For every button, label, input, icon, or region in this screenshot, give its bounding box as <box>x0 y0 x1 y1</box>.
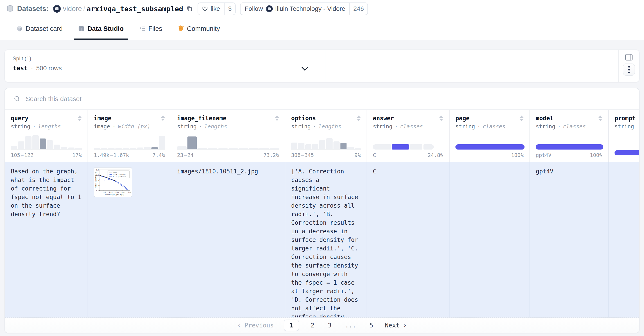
column-header-prompt[interactable]: prompt string <box>609 110 639 162</box>
class-bar-segment[interactable] <box>392 144 409 150</box>
histogram-bar[interactable] <box>11 146 17 149</box>
class-bar-segment[interactable] <box>373 144 391 150</box>
histogram-range-lo: 23 <box>177 152 184 158</box>
histogram-bar[interactable] <box>159 136 165 149</box>
sort-icon[interactable] <box>598 116 602 121</box>
histogram-bar[interactable] <box>101 148 107 149</box>
class-distribution-bar[interactable] <box>456 144 524 150</box>
column-header-options[interactable]: options string·lengths 306↔3459% <box>285 110 367 162</box>
histogram-bar[interactable] <box>188 136 197 149</box>
copy-button[interactable] <box>186 5 193 13</box>
histogram-bar[interactable] <box>334 141 340 149</box>
column-histogram[interactable] <box>94 133 165 150</box>
dataset-name[interactable]: arxivqa_test_subsampled <box>87 5 183 13</box>
follow-count[interactable]: 246 <box>349 3 368 15</box>
sort-icon[interactable] <box>439 116 443 121</box>
panel-toggle-button[interactable] <box>624 53 634 61</box>
histogram-bar[interactable] <box>130 148 136 149</box>
pagination-page-2[interactable]: 2 <box>309 321 316 330</box>
class-distribution-bar[interactable] <box>614 150 633 155</box>
tab-files[interactable]: Files <box>138 18 164 40</box>
histogram-bar[interactable] <box>68 148 74 149</box>
histogram-bar[interactable] <box>32 135 39 149</box>
tab-data-studio[interactable]: Data Studio <box>76 18 125 40</box>
histogram-bar[interactable] <box>228 148 238 149</box>
pagination-page-5[interactable]: 5 <box>368 321 375 330</box>
column-histogram[interactable] <box>177 133 279 150</box>
histogram-bar[interactable] <box>260 148 269 149</box>
histogram-bar[interactable] <box>54 145 60 149</box>
class-bar-segment[interactable] <box>614 150 640 155</box>
histogram-bar[interactable] <box>340 143 346 149</box>
class-distribution-bar[interactable] <box>373 144 443 150</box>
class-bar-segment[interactable] <box>424 144 434 150</box>
histogram-bar[interactable] <box>152 147 158 149</box>
follow-button[interactable]: Follow Illuin Technology - Vidore 246 <box>240 3 368 15</box>
histogram-bar[interactable] <box>305 144 312 149</box>
histogram-bar[interactable] <box>326 138 332 149</box>
class-distribution-bar[interactable] <box>536 144 602 150</box>
histogram-bar[interactable] <box>198 148 207 149</box>
histogram-bar[interactable] <box>177 146 186 149</box>
tab-dataset-card[interactable]: Dataset card <box>15 18 64 40</box>
histogram-bar[interactable] <box>298 143 304 149</box>
column-histogram[interactable] <box>291 133 361 150</box>
column-header-page[interactable]: page string·classes 100% <box>450 110 530 162</box>
column-header-image-filename[interactable]: image_filename string·lengths 23↔2473.2% <box>171 110 285 162</box>
histogram-bar[interactable] <box>239 148 248 149</box>
split-selector[interactable]: Split (1) test · 500 rows <box>5 50 326 82</box>
sort-icon[interactable] <box>161 116 165 121</box>
histogram-bar[interactable] <box>18 141 24 149</box>
sort-icon[interactable] <box>275 116 279 121</box>
column-header-image[interactable]: image image·width (px) 1.49k↔1.67k7.4% <box>88 110 171 162</box>
column-histogram[interactable] <box>11 133 82 150</box>
histogram-bar[interactable] <box>108 148 114 149</box>
histogram-bar[interactable] <box>25 136 32 149</box>
tab-community[interactable]: Community <box>176 18 222 40</box>
histogram-bar[interactable] <box>355 148 361 149</box>
search-input[interactable] <box>26 95 639 103</box>
pagination-previous[interactable]: ‹ Previous <box>237 322 274 329</box>
svg-text:0.5: 0.5 <box>96 190 99 192</box>
sort-icon[interactable] <box>520 116 524 121</box>
column-header-query[interactable]: query string·lengths 105↔12217% <box>5 110 88 162</box>
histogram-bar[interactable] <box>312 144 318 149</box>
histogram-bar[interactable] <box>270 148 279 149</box>
histogram-range-hi: 122 <box>24 152 34 158</box>
histogram-bar[interactable] <box>76 148 82 149</box>
pagination-next[interactable]: Next › <box>385 322 406 329</box>
histogram-bar[interactable] <box>116 148 122 149</box>
histogram-bar[interactable] <box>249 148 258 149</box>
class-bar-segment[interactable] <box>410 144 422 150</box>
breadcrumb-datasets-label[interactable]: Datasets: <box>17 5 48 13</box>
histogram-bar[interactable] <box>61 147 67 149</box>
histogram-bar[interactable] <box>123 148 129 149</box>
column-header-answer[interactable]: answer string·classes C24.8% <box>367 110 450 162</box>
histogram-bar[interactable] <box>319 140 326 149</box>
previous-label: Previous <box>244 322 274 329</box>
histogram-bar[interactable] <box>218 148 228 149</box>
split-label: Split (1) <box>12 55 318 62</box>
org-avatar[interactable] <box>53 5 61 13</box>
like-button[interactable]: like 3 <box>198 3 236 15</box>
histogram-bar[interactable] <box>144 147 150 149</box>
more-options-button[interactable] <box>623 64 635 76</box>
org-link[interactable]: vidore <box>63 5 82 13</box>
class-bar-segment[interactable] <box>456 144 524 150</box>
class-bar-segment[interactable] <box>536 144 603 150</box>
histogram-bar[interactable] <box>348 147 354 149</box>
sort-icon[interactable] <box>78 116 82 121</box>
sort-icon[interactable] <box>357 116 361 121</box>
histogram-bar[interactable] <box>47 140 53 149</box>
like-count[interactable]: 3 <box>224 3 235 15</box>
histogram-bar[interactable] <box>208 148 217 149</box>
histogram-bar[interactable] <box>291 143 297 149</box>
pagination-page-1[interactable]: 1 <box>284 319 299 331</box>
column-header-model[interactable]: model string·classes gpt4V100% <box>530 110 609 162</box>
histogram-bar[interactable] <box>40 139 46 149</box>
thumbnail-chart: fₛₚₑₑ = 1 fₛₚₑₑ ≠ 1, w/o corr. fₛₚₑₑ ≠ 1… <box>95 168 131 196</box>
pagination-page-3[interactable]: 3 <box>326 321 333 330</box>
histogram-bar[interactable] <box>94 148 100 149</box>
image-thumbnail[interactable]: fₛₚₑₑ = 1 fₛₚₑₑ ≠ 1, w/o corr. fₛₚₑₑ ≠ 1… <box>94 167 132 197</box>
histogram-bar[interactable] <box>137 148 143 149</box>
